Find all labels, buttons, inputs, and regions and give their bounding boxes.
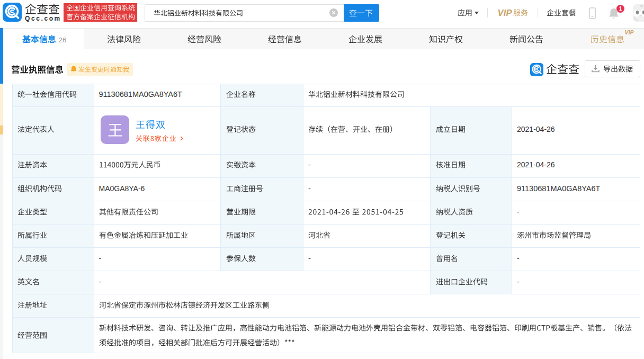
svg-text:1: 1 [619, 6, 622, 12]
